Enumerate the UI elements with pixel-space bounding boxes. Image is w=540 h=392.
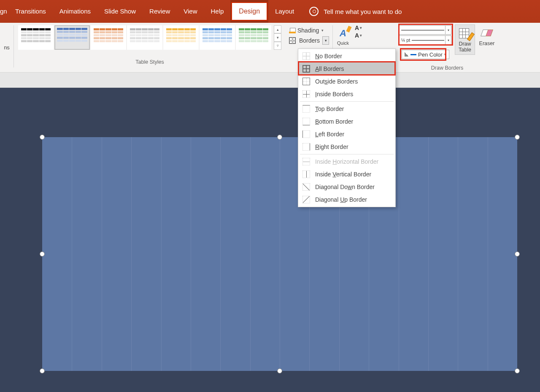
chevron-down-icon: ▾: [444, 52, 446, 57]
top-border-icon: [302, 105, 310, 113]
tab-review[interactable]: Review: [143, 0, 177, 23]
borders-splitbutton[interactable]: Borders ▾: [289, 35, 329, 46]
menu-right-border[interactable]: Right Border: [298, 141, 395, 153]
table-style-thumb-1[interactable]: [54, 25, 90, 50]
menu-bottom-border[interactable]: Bottom Border: [298, 115, 395, 128]
draw-table-button[interactable]: DrawTable: [455, 24, 475, 55]
pencil-icon: [405, 52, 409, 57]
menu-inside-borders[interactable]: Inside Borders: [298, 88, 395, 100]
ribbon: ns ▴▾▿ Table Styles Shading ▾ Borders ▾ …: [0, 23, 540, 73]
tab-design-label: Design: [231, 2, 267, 21]
eraser-icon: [480, 26, 494, 40]
left-border-icon: [302, 130, 310, 138]
outside-borders-icon: [302, 78, 310, 85]
menu-diagonal-down-border[interactable]: Diagonal Down Border: [298, 181, 395, 193]
tab-view[interactable]: View: [177, 0, 204, 23]
sub-band: [0, 73, 540, 88]
selected-table[interactable]: [42, 137, 517, 371]
chevron-down-icon[interactable]: ▾: [445, 26, 451, 34]
table-style-thumb-6[interactable]: [236, 25, 271, 50]
resize-handle-bl[interactable]: [40, 368, 45, 373]
resize-handle-ml[interactable]: [40, 251, 45, 257]
menu-no-border[interactable]: No Border: [298, 50, 395, 62]
tab-animations[interactable]: Animations: [53, 0, 97, 23]
draw-table-icon: [458, 27, 472, 40]
wordart-quickstyles[interactable]: A Quick: [333, 23, 351, 46]
menu-top-border[interactable]: Top Border: [298, 103, 395, 115]
right-border-icon: [302, 143, 310, 151]
resize-handle-tr[interactable]: [515, 135, 520, 140]
inside-borders-icon: [302, 90, 310, 98]
all-borders-icon: [302, 65, 310, 73]
tab-layout[interactable]: Layout: [268, 0, 301, 23]
tab-design-context[interactable]: Design: [230, 0, 268, 23]
tellme-bulb-icon: [309, 7, 319, 16]
pen-color-swatch: [410, 54, 416, 55]
menu-inside-vertical-border[interactable]: Inside Vertical Border: [298, 168, 395, 181]
table-style-thumb-0[interactable]: [18, 25, 54, 50]
borders-icon: [289, 37, 296, 44]
pen-controls: ▾ ¼ pt ▾: [399, 25, 451, 46]
pen-style-line-icon: [401, 30, 444, 30]
text-outline-dropdown[interactable]: A▾: [355, 32, 362, 39]
shading-dropdown[interactable]: Shading ▾: [289, 25, 329, 35]
pen-weight-value: ¼ pt: [401, 38, 410, 43]
borders-dropdown-menu: No Border All Borders Outside Borders In…: [298, 49, 396, 207]
tab-partial[interactable]: gn: [0, 0, 8, 23]
inside-vertical-icon: [302, 170, 310, 178]
resize-handle-tl[interactable]: [40, 135, 45, 140]
menu-left-border[interactable]: Left Border: [298, 128, 395, 141]
table-styles-group: ▴▾▿ Table Styles: [14, 23, 286, 72]
pen-weight-dropdown[interactable]: ¼ pt ▾: [399, 35, 451, 45]
chevron-down-icon: ▾: [321, 28, 324, 32]
menu-all-borders[interactable]: All Borders: [298, 62, 395, 75]
ribbon-tabstrip: gn Transitions Animations Slide Show Rev…: [0, 0, 540, 23]
table-style-thumb-2[interactable]: [91, 25, 126, 50]
text-fill-dropdown[interactable]: A▾: [355, 24, 362, 31]
draw-borders-group-label: Draw Borders: [405, 65, 489, 71]
borders-dropdown-arrow[interactable]: ▾: [322, 36, 329, 45]
tellme-input[interactable]: Tell me what you want to do: [324, 8, 402, 15]
resize-handle-br[interactable]: [515, 368, 520, 373]
shading-icon: [289, 27, 296, 34]
resize-handle-mr[interactable]: [515, 251, 520, 257]
table-style-thumb-5[interactable]: [200, 25, 235, 50]
slide-canvas[interactable]: [0, 88, 540, 392]
shading-borders-group: Shading ▾ Borders ▾: [286, 23, 330, 46]
table-styles-label: Table Styles: [18, 59, 281, 65]
pen-style-dropdown[interactable]: ▾: [399, 25, 451, 35]
eraser-button[interactable]: Eraser: [477, 24, 497, 48]
table-style-thumb-3[interactable]: [127, 25, 162, 50]
pen-weight-line-icon: [412, 40, 444, 41]
table-styles-gallery: ▴▾▿: [18, 25, 281, 50]
quick-styles-icon: A: [336, 25, 350, 41]
tab-slideshow[interactable]: Slide Show: [97, 0, 143, 23]
menu-inside-horizontal-border: Inside Horizontal Border: [298, 155, 395, 168]
ribbon-left-partial: ns: [0, 23, 14, 72]
no-border-icon: [302, 52, 310, 60]
inside-horizontal-icon: [302, 158, 310, 165]
table-style-thumb-4[interactable]: [163, 25, 199, 50]
bottom-border-icon: [302, 118, 310, 125]
menu-diagonal-up-border[interactable]: Diagonal Up Border: [298, 193, 395, 206]
pen-color-dropdown[interactable]: Pen Color ▾: [402, 50, 449, 59]
diagonal-down-icon: [302, 183, 310, 191]
text-fill-outline: A▾ A▾: [355, 23, 362, 39]
chevron-down-icon[interactable]: ▾: [445, 36, 451, 44]
gallery-scroll[interactable]: ▴▾▿: [274, 25, 281, 50]
tab-help[interactable]: Help: [204, 0, 231, 23]
tab-transitions[interactable]: Transitions: [8, 0, 53, 23]
diagonal-up-icon: [302, 196, 310, 203]
menu-outside-borders[interactable]: Outside Borders: [298, 75, 395, 88]
